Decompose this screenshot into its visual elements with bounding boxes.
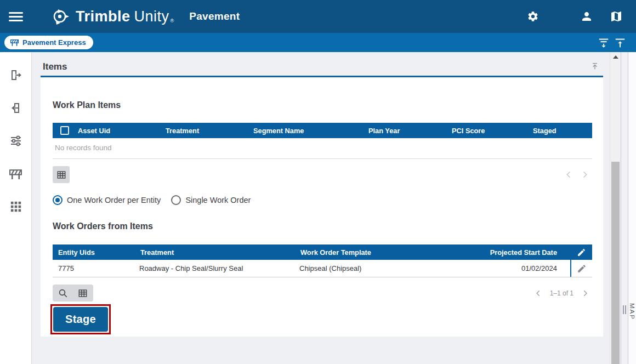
work-orders-toolbar: 1–1 of 1 <box>53 285 592 302</box>
column-header[interactable]: Staged <box>532 127 592 135</box>
map-panel-label[interactable]: MAP <box>629 303 635 320</box>
table-settings-icon[interactable] <box>78 288 88 298</box>
column-header[interactable]: Projected Start Date <box>477 248 570 257</box>
brand-trimble: Trimble <box>76 8 130 25</box>
topbar: Trimble Unity ® Pavement <box>0 0 636 33</box>
road-barrier-icon[interactable] <box>5 163 27 185</box>
enter-left-icon[interactable] <box>5 97 27 119</box>
prev-page-icon[interactable] <box>535 289 542 297</box>
column-header[interactable]: Treatment <box>164 127 252 135</box>
scrollbar-thumb[interactable] <box>611 162 620 364</box>
app-name: Pavement <box>189 10 240 22</box>
sidebar <box>0 52 32 364</box>
column-header[interactable]: PCI Score <box>451 127 532 135</box>
map-icon[interactable] <box>606 7 626 26</box>
select-all-checkbox[interactable] <box>60 126 69 135</box>
table-settings-icon[interactable] <box>53 166 70 183</box>
next-page-icon[interactable] <box>581 289 589 297</box>
brand-unity: Unity <box>134 8 169 25</box>
scroll-to-top-icon[interactable] <box>612 35 628 50</box>
map-panel-collapsed[interactable]: MAP <box>628 52 636 364</box>
column-header[interactable]: Segment Name <box>252 127 367 135</box>
column-header[interactable]: Treatment <box>139 248 299 257</box>
edit-column-icon[interactable] <box>577 248 586 257</box>
brand-registered-mark: ® <box>171 18 174 24</box>
expand-rows-icon[interactable] <box>595 35 612 50</box>
items-panel-header: Items <box>41 52 603 77</box>
gear-icon[interactable] <box>523 7 543 26</box>
road-barrier-icon <box>10 38 19 47</box>
work-order-mode-radio-group: One Work Order per Entity Single Work Or… <box>53 195 591 205</box>
search-icon[interactable] <box>58 288 68 298</box>
work-plan-table-header: Asset Uid Treatment Segment Name Plan Ye… <box>53 123 592 138</box>
work-plan-pagination <box>565 170 592 179</box>
column-header[interactable]: Work Order Template <box>299 248 477 257</box>
cell-template: Chipseal (Chipseal) <box>299 260 477 277</box>
trimble-logo-icon <box>50 7 70 26</box>
splitter-grip-icon[interactable] <box>623 305 626 314</box>
collapse-panel-icon[interactable] <box>589 60 601 72</box>
table-row[interactable]: 7775 Roadway - Chip Seal/Slurry Seal Chi… <box>53 260 592 277</box>
work-plan-items-table: Asset Uid Treatment Segment Name Plan Ye… <box>53 123 592 159</box>
panel-title: Items <box>43 61 67 72</box>
next-page-icon[interactable] <box>581 170 589 179</box>
cell-treatment: Roadway - Chip Seal/Slurry Seal <box>139 260 299 277</box>
pavement-express-chip[interactable]: Pavement Express <box>4 36 93 49</box>
scrollbar-up-icon[interactable] <box>610 52 621 62</box>
column-header[interactable]: Plan Year <box>367 127 451 135</box>
radio-label: Single Work Order <box>185 196 251 204</box>
work-orders-table: Entity Uids Treatment Work Order Templat… <box>53 244 592 277</box>
radio-one-work-order-per-entity[interactable]: One Work Order per Entity <box>53 195 161 205</box>
content-area: Items Work Plan Items Asset Uid Treatmen… <box>32 52 610 364</box>
empty-table-message: No records found <box>53 138 592 159</box>
radio-single-work-order[interactable]: Single Work Order <box>171 195 251 205</box>
brand-logo: Trimble Unity ® <box>50 7 174 26</box>
work-orders-table-header: Entity Uids Treatment Work Order Templat… <box>53 244 592 260</box>
radio-unselected-icon[interactable] <box>171 195 181 205</box>
edit-row-icon[interactable] <box>577 264 587 274</box>
cell-start-date: 01/02/2024 <box>477 260 570 277</box>
cell-entity-uids: 7775 <box>53 260 139 277</box>
radio-selected-icon[interactable] <box>53 195 63 205</box>
vertical-scrollbar[interactable] <box>610 52 621 364</box>
items-panel-body: Work Plan Items Asset Uid Treatment Segm… <box>41 77 603 337</box>
stage-button-highlight: Stage <box>50 304 111 334</box>
items-panel: Items Work Plan Items Asset Uid Treatmen… <box>41 52 603 337</box>
work-orders-pagination: 1–1 of 1 <box>535 289 592 297</box>
subbar: Pavement Express <box>0 33 636 52</box>
radio-label: One Work Order per Entity <box>67 196 161 204</box>
stage-button[interactable]: Stage <box>53 307 108 332</box>
apps-grid-icon[interactable] <box>5 196 27 218</box>
chip-label: Pavement Express <box>22 38 86 47</box>
work-plan-toolbar <box>53 166 592 183</box>
sliders-icon[interactable] <box>5 130 27 152</box>
exit-right-icon[interactable] <box>5 64 27 86</box>
menu-icon[interactable] <box>9 9 27 24</box>
work-orders-heading: Work Orders from Items <box>53 205 591 231</box>
map-splitter[interactable] <box>621 52 628 364</box>
pagination-label: 1–1 of 1 <box>550 289 573 297</box>
table-actions-group <box>53 285 93 302</box>
work-plan-items-heading: Work Plan Items <box>53 77 591 110</box>
column-header[interactable]: Asset Uid <box>77 127 164 135</box>
main-area: Items Work Plan Items Asset Uid Treatmen… <box>0 52 636 364</box>
person-icon[interactable] <box>577 7 597 26</box>
prev-page-icon[interactable] <box>565 170 573 179</box>
column-header[interactable]: Entity Uids <box>53 248 139 257</box>
